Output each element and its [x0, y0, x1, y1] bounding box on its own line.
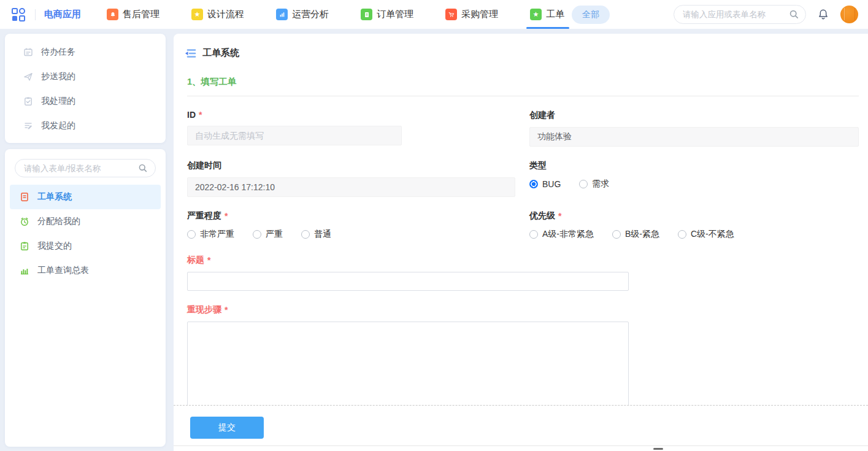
radio-dot[interactable]: [301, 230, 310, 239]
radio-bug[interactable]: BUG: [529, 179, 561, 189]
radio-priority-b[interactable]: B级-紧急: [612, 229, 659, 240]
horizontal-scrollbar-thumb[interactable]: [653, 448, 663, 450]
section-title: 1、填写工单: [187, 76, 859, 88]
nav-tab-orders[interactable]: 订单管理: [361, 0, 413, 29]
id-label: ID*: [187, 110, 515, 120]
active-tab-underline: [526, 27, 569, 29]
radio-normal[interactable]: 普通: [301, 229, 331, 240]
id-input[interactable]: [187, 126, 402, 145]
sidebar-item-workorder-summary[interactable]: 工单查询总表: [10, 258, 161, 283]
severity-field-cell: 严重程度* 非常严重 严重: [187, 197, 515, 241]
required-asterisk: *: [207, 255, 210, 265]
nav-tab-label: 运营分析: [292, 9, 329, 20]
user-avatar[interactable]: [840, 6, 858, 23]
nav-tab-operations[interactable]: 运营分析: [276, 0, 329, 29]
priority-field-cell: 优先级* A级-非常紧急 B级-紧急: [529, 197, 859, 241]
workorder-form: ID* 创建者 创建时间: [187, 96, 859, 405]
workorder-star-icon: ★: [530, 9, 542, 20]
radio-dot[interactable]: [187, 230, 196, 239]
clipboard-check-icon: [23, 96, 33, 106]
alarm-clock-icon: [20, 217, 29, 226]
paper-plane-icon: [23, 72, 33, 82]
radio-dot-checked[interactable]: [529, 180, 538, 188]
sidebar-tasks-card: 待办任务 抄送我的 我处理的: [5, 34, 166, 143]
sidebar-item-todo-tasks[interactable]: 待办任务: [5, 40, 166, 64]
sidebar-form-search: [15, 159, 156, 177]
top-header: 电商应用 售后管理 ★ 设计流程 运营分析: [0, 0, 868, 29]
global-search-input[interactable]: [683, 10, 789, 19]
all-apps-pill[interactable]: 全部: [572, 6, 610, 24]
search-icon[interactable]: [138, 163, 148, 173]
title-field-cell: 标题*: [187, 241, 859, 291]
sidebar-form-search-input[interactable]: [24, 164, 138, 173]
radio-dot[interactable]: [612, 230, 621, 239]
type-label: 类型: [529, 160, 859, 171]
sidebar-item-handled-by-me[interactable]: 我处理的: [5, 89, 166, 114]
form-footer: 提交: [174, 405, 868, 445]
operations-chart-icon: [276, 9, 288, 20]
severity-label: 严重程度*: [187, 210, 515, 222]
radio-severe[interactable]: 严重: [253, 229, 283, 240]
panel-header: 工单系统: [174, 34, 868, 59]
radio-dot[interactable]: [529, 230, 538, 239]
main-panel-inner: 工单系统 1、填写工单 ID*: [174, 34, 868, 446]
radio-dot[interactable]: [579, 180, 588, 188]
created-time-label: 创建时间: [187, 160, 515, 171]
nav-tab-label: 订单管理: [377, 9, 413, 20]
submit-button[interactable]: 提交: [190, 417, 264, 439]
radio-dot[interactable]: [253, 230, 261, 239]
search-icon[interactable]: [789, 9, 799, 20]
required-asterisk: *: [199, 110, 202, 120]
sidebar-item-label: 工单查询总表: [37, 265, 89, 276]
sidebar-item-submitted-by-me[interactable]: 我提交的: [10, 234, 161, 258]
steps-field-cell: 重现步骤*: [187, 291, 859, 405]
nav-tab-label: 工单: [546, 9, 564, 20]
app-name: 电商应用: [44, 9, 81, 20]
top-right-tools: [674, 5, 858, 24]
id-field-cell: ID*: [187, 96, 515, 147]
design-star-icon: ★: [191, 9, 203, 20]
creator-field-cell: 创建者: [529, 96, 859, 147]
sidebar-item-label: 分配给我的: [37, 216, 80, 227]
sidebar: 待办任务 抄送我的 我处理的: [5, 34, 166, 451]
app-grid-icon[interactable]: [10, 7, 26, 23]
radio-dot[interactable]: [678, 230, 686, 239]
nav-tab-label: 设计流程: [207, 9, 244, 20]
radio-priority-a[interactable]: A级-非常紧急: [529, 229, 594, 240]
type-field-cell: 类型 BUG 需求: [529, 147, 859, 197]
form-content: 1、填写工单 ID* 创建者: [174, 59, 868, 405]
brand-divider: [35, 9, 36, 20]
global-search: [674, 5, 806, 24]
orders-doc-icon: [361, 9, 372, 20]
created-time-input[interactable]: [187, 177, 515, 197]
priority-label: 优先级*: [529, 210, 859, 222]
collapse-menu-icon[interactable]: [184, 48, 196, 59]
nav-tab-purchase[interactable]: 采购管理: [445, 0, 498, 29]
radio-very-severe[interactable]: 非常严重: [187, 229, 234, 240]
sidebar-item-label: 待办任务: [41, 47, 75, 58]
steps-textarea[interactable]: [187, 322, 629, 405]
steps-label: 重现步骤*: [187, 304, 859, 315]
radio-priority-c[interactable]: C级-不紧急: [678, 229, 734, 240]
top-nav-tabs: 售后管理 ★ 设计流程 运营分析 订单管理: [107, 0, 610, 29]
main-panel: 工单系统 1、填写工单 ID*: [174, 34, 868, 451]
title-label: 标题*: [187, 255, 859, 266]
nav-tab-aftersales[interactable]: 售后管理: [107, 0, 159, 29]
sidebar-item-cc-me[interactable]: 抄送我的: [5, 64, 166, 89]
calendar-icon: [23, 47, 33, 57]
title-input[interactable]: [187, 272, 629, 291]
nav-tab-workorder[interactable]: ★ 工单: [530, 0, 564, 29]
radio-requirement[interactable]: 需求: [579, 179, 609, 190]
sidebar-item-initiated-by-me[interactable]: 我发起的: [5, 114, 166, 138]
sidebar-item-assigned-to-me[interactable]: 分配给我的: [10, 209, 161, 234]
brand-block: 电商应用: [10, 7, 81, 23]
nav-tab-design[interactable]: ★ 设计流程: [191, 0, 244, 29]
bar-chart-icon: [20, 266, 29, 276]
sidebar-item-label: 我发起的: [41, 120, 75, 131]
sidebar-item-workorder-system[interactable]: 工单系统: [10, 185, 161, 209]
app-root: 电商应用 售后管理 ★ 设计流程 运营分析: [0, 0, 868, 451]
workorder-doc-icon: [20, 192, 29, 202]
severity-radio-group: 非常严重 严重 普通: [187, 228, 515, 241]
creator-input[interactable]: [529, 127, 859, 147]
notification-bell-icon[interactable]: [817, 8, 829, 21]
